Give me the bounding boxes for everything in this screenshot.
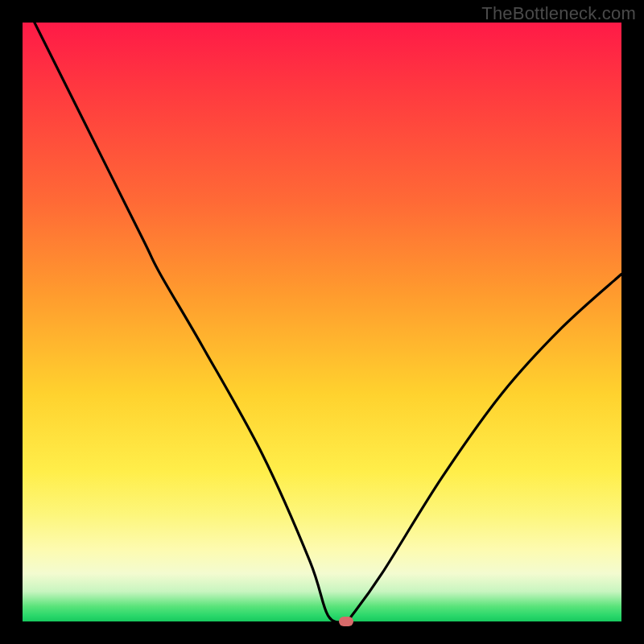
- chart-frame: TheBottleneck.com: [0, 0, 644, 644]
- plot-area: [23, 23, 621, 621]
- optimal-point-marker: [339, 617, 353, 626]
- bottleneck-curve: [23, 23, 621, 621]
- watermark-text: TheBottleneck.com: [481, 3, 636, 24]
